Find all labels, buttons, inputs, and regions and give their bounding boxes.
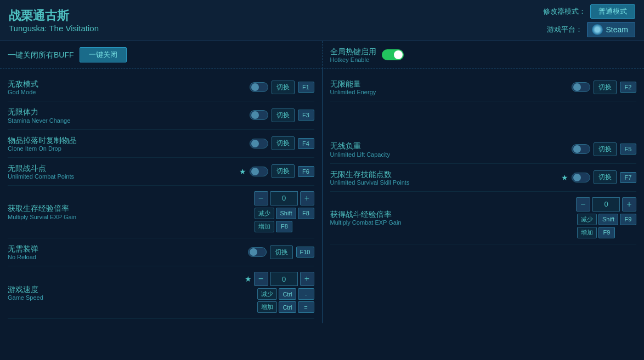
game-speed-input[interactable] (270, 272, 298, 286)
combat-exp-reduce-label[interactable]: 减少 (577, 214, 597, 225)
cheat-god-mode-cn: 无敌模式 (8, 79, 245, 89)
cheat-combat-exp: 获得战斗经验倍率 Multiply Combat EXP Gain − + 减少… (330, 192, 637, 244)
combat-exp-add-f9-key[interactable]: F9 (598, 227, 615, 238)
right-panel: 无限能量 Unlimited Energy 切换 F2 无线负重 Unlimit… (323, 69, 645, 323)
game-speed-ctrl-key[interactable]: Ctrl (279, 288, 296, 300)
cheat-combat-points-toggle[interactable] (250, 167, 268, 176)
cheat-god-mode-controls: 切换 F1 (250, 81, 314, 94)
steam-button[interactable]: Steam (587, 22, 635, 37)
cheat-clone-item-toggle[interactable] (250, 139, 268, 148)
cheat-god-mode: 无敌模式 God Mode 切换 F1 (8, 73, 314, 101)
cheat-clone-item-key1[interactable]: 切换 (272, 136, 295, 150)
cheat-stamina-key1[interactable]: 切换 (272, 108, 295, 122)
survival-exp-add-f8-key[interactable]: F8 (276, 221, 292, 232)
cheat-unlimited-energy-toggle[interactable] (572, 82, 590, 92)
cheat-combat-points-controls: ★ 切换 F6 (239, 164, 314, 178)
app-header: 战栗通古斯 Tunguska: The Visitation 修改器模式： 普通… (0, 0, 644, 41)
cheat-survival-exp-info: 获取生存经验倍率 Multiply Survial EXP Gain (8, 203, 250, 220)
game-speed-minus-key[interactable]: - (298, 288, 314, 300)
game-speed-increase-btn[interactable]: + (300, 272, 314, 286)
cheat-unlimited-energy-key1[interactable]: 切换 (594, 81, 617, 94)
cheat-stamina-cn: 无限体力 (8, 107, 245, 117)
cheat-game-speed-info: 游戏速度 Game Speed (8, 284, 240, 301)
hotkey-en: Hotkey Enable (330, 56, 376, 63)
survival-exp-stepper-row: − + (254, 191, 314, 205)
cheat-survival-skill-cn: 无限生存技能点数 (330, 169, 557, 179)
cheat-god-mode-toggle[interactable] (250, 82, 268, 92)
cheat-combat-points-key1[interactable]: 切换 (272, 164, 295, 178)
survival-exp-shift-key[interactable]: Shift (276, 208, 296, 219)
cheat-no-reload-controls: 切换 F10 (248, 245, 314, 259)
cheat-clone-item-controls: 切换 F4 (250, 136, 314, 150)
survival-exp-reduce-row: 减少 Shift F8 (255, 208, 314, 219)
cheat-unlimited-energy-key2[interactable]: F2 (620, 82, 636, 93)
left-panel: 无敌模式 God Mode 切换 F1 无限体力 Stamina Never C… (0, 69, 322, 323)
cheat-unlimited-lift-key2[interactable]: F5 (620, 144, 636, 155)
cheat-stamina-key2[interactable]: F3 (298, 110, 314, 121)
cheat-no-reload-en: No Reload (8, 254, 244, 260)
main-panels: 无敌模式 God Mode 切换 F1 无限体力 Stamina Never C… (0, 69, 644, 323)
combat-exp-add-label[interactable]: 增加 (577, 227, 597, 238)
cheat-survival-skill-controls: ★ 切换 F7 (561, 170, 636, 184)
cheat-god-mode-key1[interactable]: 切换 (272, 81, 295, 94)
hotkey-section: 全局热键启用 Hotkey Enable (322, 41, 645, 68)
cheat-no-reload-toggle[interactable] (248, 247, 267, 257)
cheat-combat-exp-info: 获得战斗经验倍率 Multiply Combat EXP Gain (330, 209, 572, 226)
cheat-unlimited-lift-info: 无线负重 Unlimited Lift Capacity (330, 141, 568, 157)
game-title-en: Tunguska: The Visitation (9, 24, 99, 33)
combat-exp-shift-key[interactable]: Shift (598, 214, 618, 225)
hotkey-toggle[interactable] (382, 49, 404, 60)
survival-exp-reduce-label[interactable]: 减少 (255, 208, 274, 219)
survival-exp-decrease-btn[interactable]: − (254, 191, 268, 205)
cheat-unlimited-energy: 无限能量 Unlimited Energy 切换 F2 (330, 73, 637, 101)
game-speed-add-ctrl-key[interactable]: Ctrl (279, 301, 296, 313)
combat-exp-f9-key[interactable]: F9 (620, 214, 636, 225)
cheat-unlimited-lift: 无线负重 Unlimited Lift Capacity 切换 F5 (330, 135, 637, 163)
cheat-stamina: 无限体力 Stamina Never Change 切换 F3 (8, 101, 314, 129)
close-all-button[interactable]: 一键关闭 (80, 47, 127, 62)
cheat-survival-skill-key2[interactable]: F7 (620, 172, 636, 183)
mode-button[interactable]: 普通模式 (590, 4, 635, 19)
combat-points-star-icon: ★ (239, 167, 246, 176)
cheat-clone-item-info: 物品掉落时复制物品 Clone Item On Drop (8, 135, 245, 152)
cheat-stamina-toggle[interactable] (250, 110, 268, 120)
game-speed-star-icon: ★ (245, 275, 252, 283)
top-section: 一键关闭所有BUFF 一键关闭 全局热键启用 Hotkey Enable (0, 41, 644, 69)
game-speed-reduce-label[interactable]: 减少 (257, 288, 277, 300)
game-speed-shortcuts: 减少 Ctrl - 增加 Ctrl = (257, 288, 314, 313)
game-speed-add-label[interactable]: 增加 (257, 301, 277, 313)
survival-exp-increase-btn[interactable]: + (300, 191, 314, 205)
cheat-unlimited-lift-key1[interactable]: 切换 (594, 142, 617, 156)
cheat-god-mode-key2[interactable]: F1 (298, 82, 314, 93)
cheat-combat-points-info: 无限战斗点 Unlimited Combat Points (8, 163, 235, 180)
cheat-combat-exp-controls: − + 减少 Shift F9 增加 F9 (576, 197, 636, 238)
close-all-section: 一键关闭所有BUFF 一键关闭 (0, 41, 322, 68)
cheat-stamina-info: 无限体力 Stamina Never Change (8, 107, 245, 123)
combat-exp-add-row: 增加 F9 (577, 227, 636, 238)
cheat-unlimited-lift-cn: 无线负重 (330, 141, 568, 151)
survival-skill-star-icon: ★ (561, 173, 568, 182)
cheat-unlimited-energy-en: Unlimited Energy (330, 89, 568, 95)
cheat-no-reload-cn: 无需装弹 (8, 244, 244, 254)
cheat-no-reload-key1[interactable]: 切换 (270, 245, 293, 259)
combat-exp-increase-btn[interactable]: + (622, 197, 636, 212)
cheat-survival-skill-en: Unlimited Survival Skill Points (330, 179, 557, 186)
survival-exp-input[interactable] (270, 191, 298, 205)
cheat-no-reload-key2[interactable]: F10 (296, 247, 314, 258)
cheat-unlimited-lift-toggle[interactable] (572, 144, 590, 154)
game-speed-eq-key[interactable]: = (298, 301, 314, 313)
combat-exp-decrease-btn[interactable]: − (576, 197, 590, 212)
cheat-survival-exp: 获取生存经验倍率 Multiply Survial EXP Gain − + 减… (8, 186, 314, 238)
cheat-combat-points: 无限战斗点 Unlimited Combat Points ★ 切换 F6 (8, 158, 314, 186)
game-speed-decrease-btn[interactable]: − (254, 272, 268, 286)
cheat-no-reload: 无需装弹 No Reload 切换 F10 (8, 238, 314, 266)
cheat-survival-skill-key1[interactable]: 切换 (594, 170, 617, 184)
game-speed-stepper-row: ★ − + (245, 272, 314, 286)
combat-exp-input[interactable] (592, 197, 620, 212)
survival-exp-add-label[interactable]: 增加 (255, 221, 274, 232)
game-speed-reduce-row: 减少 Ctrl - (257, 288, 314, 300)
cheat-combat-points-key2[interactable]: F6 (298, 166, 314, 177)
survival-exp-f8-key[interactable]: F8 (298, 208, 314, 219)
cheat-survival-skill-toggle[interactable] (572, 173, 590, 182)
cheat-clone-item-key2[interactable]: F4 (298, 138, 314, 149)
